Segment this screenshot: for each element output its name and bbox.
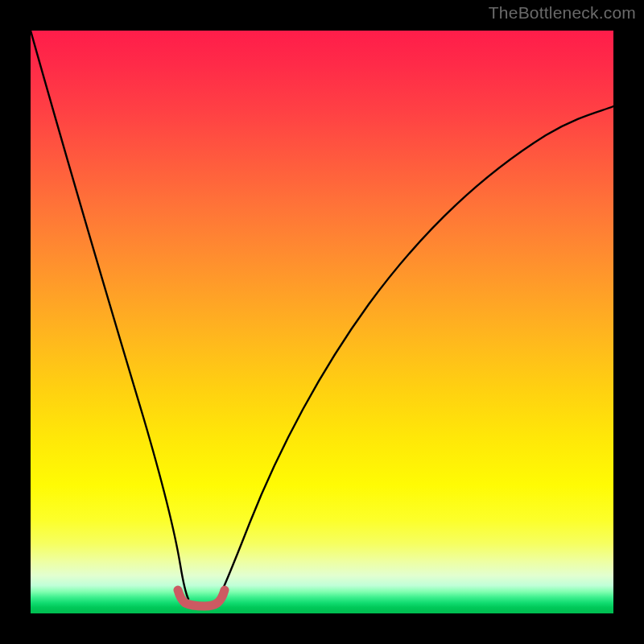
- curve-right-branch: [217, 106, 613, 601]
- curve-left-branch: [31, 31, 188, 599]
- curve-trough-highlight: [178, 590, 225, 606]
- chart-svg-layer: [31, 31, 613, 613]
- watermark-text: TheBottleneck.com: [489, 3, 636, 23]
- chart-frame: TheBottleneck.com: [0, 0, 644, 644]
